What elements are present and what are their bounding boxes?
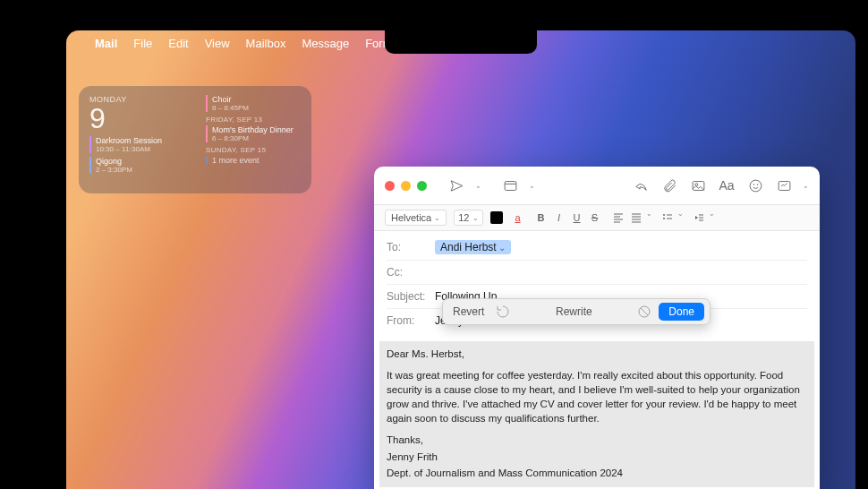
send-icon[interactable] — [447, 176, 466, 195]
to-field[interactable]: Andi Herbst — [435, 240, 807, 254]
widget-day-header: FRIDAY, SEP 13 — [206, 116, 301, 124]
attach-icon[interactable] — [660, 176, 679, 195]
body-signature-dept: Dept. of Journalism and Mass Communicati… — [387, 466, 807, 480]
menubar-app-name[interactable]: Mail — [95, 37, 117, 50]
header-fields-icon[interactable] — [500, 176, 520, 195]
display-notch — [385, 30, 537, 54]
italic-button[interactable]: I — [551, 210, 567, 226]
svg-rect-0 — [505, 181, 516, 190]
bold-button[interactable]: B — [533, 210, 549, 226]
widget-event: Mom's Birthday Dinner 6 – 8:30PM — [206, 125, 301, 142]
to-label: To: — [387, 241, 435, 253]
text-color-swatch[interactable] — [490, 211, 503, 224]
menubar-mailbox[interactable]: Mailbox — [246, 37, 286, 50]
emoji-icon[interactable] — [745, 176, 765, 195]
svg-line-24 — [641, 308, 648, 315]
window-close-button[interactable] — [385, 181, 395, 191]
window-zoom-button[interactable] — [417, 181, 427, 191]
svg-point-6 — [757, 184, 758, 184]
format-bar: Helvetica⌄ 12⌄ a B I U S ⌄ ⌄ — [374, 204, 820, 231]
align-justify-icon[interactable] — [628, 210, 644, 226]
writing-tools-popover: Revert Rewrite Done — [442, 298, 711, 325]
window-minimize-button[interactable] — [401, 181, 411, 191]
menubar-file[interactable]: File — [133, 37, 152, 50]
svg-point-4 — [750, 180, 762, 192]
compose-toolbar: ⌄ ⌄ Aa ⌄ — [374, 167, 820, 204]
done-button[interactable]: Done — [659, 303, 704, 321]
menubar-message[interactable]: Message — [302, 37, 349, 50]
from-label: From: — [387, 314, 435, 327]
text-format-icon[interactable]: Aa — [717, 176, 736, 195]
list-options-chevron[interactable]: ⌄ — [677, 210, 684, 226]
undo-icon[interactable] — [496, 305, 510, 319]
align-left-icon[interactable] — [610, 210, 626, 226]
widget-event: Choir 8 – 8:45PM — [206, 95, 301, 112]
subject-label: Subject: — [387, 290, 435, 303]
cc-label: Cc: — [387, 266, 435, 279]
widget-date: 9 — [89, 104, 195, 133]
menubar-edit[interactable]: Edit — [168, 37, 188, 50]
widget-event: Qigong 2 – 3:30PM — [89, 157, 195, 174]
rewrite-button[interactable]: Rewrite — [517, 305, 630, 318]
body-greeting: Dear Ms. Herbst, — [387, 347, 807, 361]
send-options-chevron[interactable]: ⌄ — [475, 182, 481, 190]
indent-icon[interactable] — [691, 210, 707, 226]
revert-button[interactable]: Revert — [448, 303, 489, 321]
svg-point-5 — [753, 184, 754, 184]
body-signature-name: Jenny Frith — [387, 450, 807, 464]
svg-point-16 — [663, 214, 665, 216]
reply-icon[interactable] — [631, 176, 651, 195]
menubar-view[interactable]: View — [205, 37, 230, 50]
rewritten-text-highlight: Dear Ms. Herbst, It was great meeting fo… — [379, 341, 814, 487]
svg-point-3 — [694, 183, 697, 185]
font-size-select[interactable]: 12⌄ — [454, 210, 482, 226]
header-options-chevron[interactable]: ⌄ — [529, 182, 535, 190]
recipient-chip[interactable]: Andi Herbst — [435, 240, 511, 254]
widget-event: Darkroom Session 10:30 – 11:30AM — [89, 136, 195, 153]
underline-button[interactable]: U — [569, 210, 585, 226]
list-icon[interactable] — [660, 210, 676, 226]
prohibit-icon[interactable] — [637, 305, 651, 319]
strikethrough-button[interactable]: S — [587, 210, 603, 226]
compose-window: ⌄ ⌄ Aa ⌄ Helvetica⌄ 12⌄ a B — [374, 167, 820, 489]
markup-icon[interactable] — [774, 176, 794, 195]
widget-more-events[interactable]: 1 more event — [206, 156, 301, 165]
body-signoff: Thanks, — [387, 433, 807, 447]
text-color-picker-icon[interactable]: a — [510, 210, 526, 226]
font-family-select[interactable]: Helvetica⌄ — [385, 210, 447, 226]
photo-icon[interactable] — [688, 176, 708, 195]
markup-options-chevron[interactable]: ⌄ — [803, 182, 809, 190]
align-options-chevron[interactable]: ⌄ — [646, 210, 652, 226]
body-paragraph: It was great meeting for coffee yesterda… — [387, 368, 807, 425]
svg-point-18 — [663, 218, 665, 219]
message-body[interactable]: Dear Ms. Herbst, It was great meeting fo… — [374, 336, 820, 489]
calendar-widget[interactable]: MONDAY 9 Darkroom Session 10:30 – 11:30A… — [79, 86, 311, 193]
indent-options-chevron[interactable]: ⌄ — [709, 210, 715, 226]
widget-day-header: SUNDAY, SEP 15 — [206, 146, 301, 154]
